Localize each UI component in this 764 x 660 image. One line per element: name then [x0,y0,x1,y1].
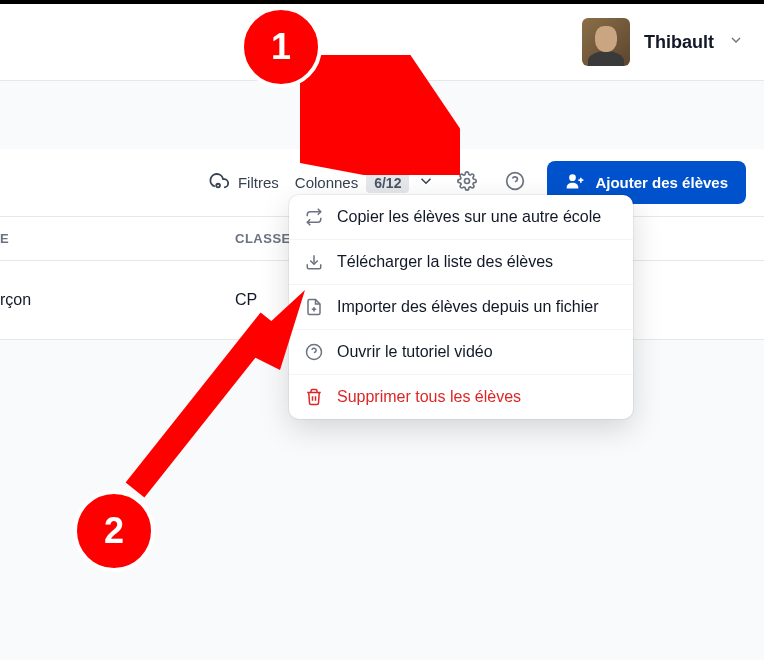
settings-dropdown-menu: Copier les élèves sur une autre école Té… [289,195,633,419]
chevron-down-icon [417,172,435,193]
annotation-step-2: 2 [73,490,155,572]
menu-item-label: Supprimer tous les élèves [337,388,521,406]
columns-label: Colonnes [295,174,358,191]
user-plus-icon [565,171,585,194]
gear-icon [457,171,477,195]
chevron-down-icon[interactable] [728,32,744,52]
filters-label: Filtres [238,174,279,191]
menu-item-open-tutorial[interactable]: Ouvrir le tutoriel vidéo [289,330,633,375]
annotation-arrow-2 [110,290,310,510]
menu-item-label: Télécharger la liste des élèves [337,253,553,271]
menu-item-download-list[interactable]: Télécharger la liste des élèves [289,240,633,285]
username-label: Thibault [644,32,714,53]
cloud-filter-icon [208,170,230,195]
columns-button[interactable]: Colonnes 6/12 [295,172,436,193]
avatar[interactable] [582,18,630,66]
column-header-e[interactable]: E [0,231,235,246]
menu-item-label: Importer des élèves depuis un fichier [337,298,598,316]
columns-count-badge: 6/12 [366,173,409,193]
menu-item-label: Copier les élèves sur une autre école [337,208,601,226]
help-circle-icon [505,171,525,195]
add-students-label: Ajouter des élèves [595,174,728,191]
filters-button[interactable]: Filtres [208,170,279,195]
menu-item-import-file[interactable]: Importer des élèves depuis un fichier [289,285,633,330]
annotation-number: 2 [104,510,124,552]
annotation-step-1: 1 [240,6,322,88]
menu-item-delete-all[interactable]: Supprimer tous les élèves [289,375,633,419]
svg-point-1 [465,178,470,183]
menu-item-label: Ouvrir le tutoriel vidéo [337,343,493,361]
help-button[interactable] [499,167,531,199]
svg-point-0 [216,184,220,188]
menu-item-copy-students[interactable]: Copier les élèves sur une autre école [289,195,633,240]
swap-icon [305,208,323,226]
svg-point-4 [570,174,577,181]
annotation-arrow-1 [300,55,460,175]
annotation-number: 1 [271,26,291,68]
download-icon [305,253,323,271]
